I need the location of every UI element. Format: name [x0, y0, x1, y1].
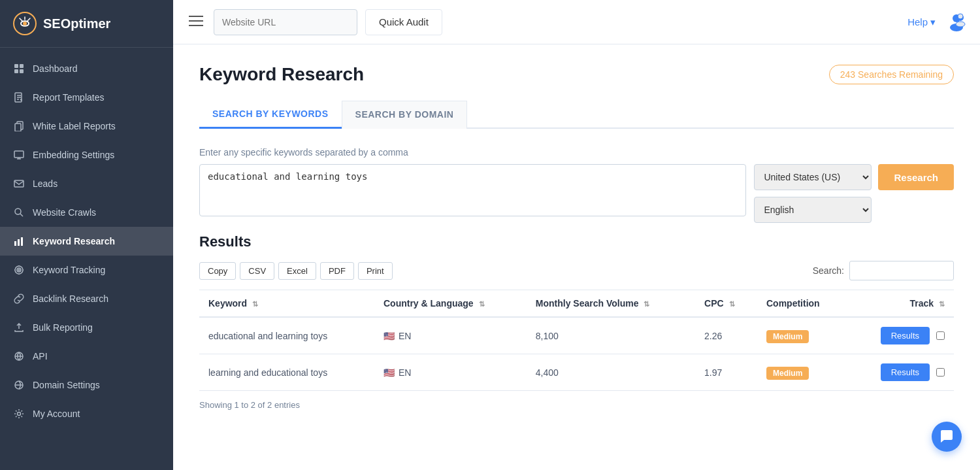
keyword-input[interactable]: educational and learning toys	[199, 164, 746, 216]
col-competition: Competition	[757, 290, 849, 318]
language-select[interactable]: English Spanish French German	[754, 197, 872, 223]
print-button[interactable]: Print	[358, 262, 393, 280]
row2-track-checkbox[interactable]	[936, 368, 945, 377]
table-search-input[interactable]	[849, 261, 954, 280]
row2-track: Results	[849, 354, 954, 390]
topbar: Quick Audit Help ▾	[173, 0, 980, 44]
row2-cpc: 1.97	[695, 354, 757, 391]
svg-rect-10	[14, 180, 24, 187]
tab-search-by-domain[interactable]: SEARCH BY DOMAIN	[342, 101, 468, 129]
sidebar-item-leads[interactable]: Leads	[0, 169, 173, 198]
main-area: Quick Audit Help ▾ Keyword Research 243	[173, 0, 980, 470]
row1-track: Results	[849, 318, 954, 354]
sidebar-item-dashboard[interactable]: Dashboard	[0, 54, 173, 83]
row1-flag: 🇺🇸	[384, 331, 395, 341]
country-lang-sort-icon[interactable]: ⇅	[479, 300, 485, 309]
search-row: educational and learning toys United Sta…	[199, 164, 954, 223]
svg-rect-9	[14, 151, 24, 158]
row2-language: EN	[399, 367, 411, 378]
svg-rect-13	[18, 239, 20, 246]
sidebar-item-leads-label: Leads	[33, 178, 57, 189]
help-button[interactable]: Help ▾	[907, 16, 936, 28]
svg-point-28	[956, 22, 965, 27]
sidebar-item-report-templates[interactable]: Report Templates	[0, 83, 173, 112]
globe-icon	[13, 379, 25, 391]
sidebar-item-embedding[interactable]: Embedding Settings	[0, 141, 173, 169]
sidebar-item-keyword-tracking[interactable]: Keyword Tracking	[0, 256, 173, 284]
svg-rect-3	[20, 64, 24, 68]
search-icon	[13, 207, 25, 218]
file-edit-icon	[13, 92, 25, 103]
sidebar-item-my-account-label: My Account	[33, 409, 80, 419]
row1-cpc: 2.26	[695, 317, 757, 354]
svg-rect-5	[20, 69, 24, 73]
gear-icon	[13, 408, 25, 420]
sidebar-item-keyword-research[interactable]: Keyword Research	[0, 227, 173, 256]
sidebar-item-white-label[interactable]: White Label Reports	[0, 112, 173, 141]
searches-remaining-badge: 243 Searches Remaining	[829, 65, 954, 84]
chat-bubble-button[interactable]	[932, 422, 962, 452]
row1-keyword: educational and learning toys	[199, 317, 374, 354]
sidebar-item-my-account[interactable]: My Account	[0, 399, 173, 428]
content-area: Keyword Research 243 Searches Remaining …	[173, 44, 980, 470]
country-select[interactable]: United States (US) United Kingdom (UK) C…	[754, 164, 872, 190]
track-sort-icon[interactable]: ⇅	[939, 300, 945, 309]
sidebar-item-bulk-reporting-label: Bulk Reporting	[33, 322, 93, 333]
sidebar-item-api[interactable]: API	[0, 342, 173, 371]
page-header: Keyword Research 243 Searches Remaining	[199, 64, 954, 85]
svg-rect-2	[14, 64, 18, 68]
row1-monthly-search: 8,100	[527, 317, 695, 354]
csv-button[interactable]: CSV	[240, 262, 274, 280]
sidebar-item-report-templates-label: Report Templates	[33, 92, 104, 103]
bar-chart-icon	[13, 235, 25, 247]
help-label: Help	[907, 16, 928, 27]
pdf-button[interactable]: PDF	[320, 262, 354, 280]
monthly-search-sort-icon[interactable]: ⇅	[644, 300, 649, 309]
table-row: educational and learning toys 🇺🇸 EN 8,10…	[199, 317, 954, 354]
grid-icon	[13, 63, 25, 75]
keyword-sort-icon[interactable]: ⇅	[252, 300, 258, 309]
col-country-language: Country & Language ⇅	[374, 290, 527, 318]
row1-country-lang: 🇺🇸 EN	[374, 317, 527, 354]
sidebar-item-website-crawls[interactable]: Website Crawls	[0, 198, 173, 227]
results-title: Results	[199, 233, 954, 250]
copy-button[interactable]: Copy	[199, 262, 236, 280]
row1-medium-badge: Medium	[766, 330, 809, 343]
research-button[interactable]: Research	[878, 164, 954, 190]
col-track: Track ⇅	[849, 290, 954, 318]
quick-audit-button[interactable]: Quick Audit	[365, 9, 442, 35]
row2-country-lang: 🇺🇸 EN	[374, 354, 527, 391]
website-url-input[interactable]	[214, 9, 357, 35]
help-chevron-icon: ▾	[930, 16, 936, 28]
upload-icon	[13, 322, 25, 333]
showing-entries-text: Showing 1 to 2 of 2 entries	[199, 400, 954, 410]
api-icon	[13, 350, 25, 362]
main-nav: Dashboard Report Templates White Label R…	[0, 48, 173, 470]
sidebar-item-website-crawls-label: Website Crawls	[33, 207, 96, 218]
search-label: Search:	[813, 265, 844, 276]
sidebar-item-domain-settings[interactable]: Domain Settings	[0, 371, 173, 399]
excel-button[interactable]: Excel	[278, 262, 316, 280]
cpc-sort-icon[interactable]: ⇅	[729, 300, 735, 309]
search-tabs: SEARCH BY KEYWORDS SEARCH BY DOMAIN	[199, 101, 954, 129]
sidebar-item-keyword-tracking-label: Keyword Tracking	[33, 265, 105, 275]
tab-search-by-keywords[interactable]: SEARCH BY KEYWORDS	[199, 101, 342, 129]
hamburger-button[interactable]	[186, 12, 206, 31]
search-controls: United States (US) United Kingdom (UK) C…	[754, 164, 954, 223]
topbar-right: Help ▾	[907, 10, 967, 34]
app-name: SEOptimer	[43, 16, 110, 31]
row1-track-checkbox[interactable]	[936, 331, 945, 340]
row2-results-button[interactable]: Results	[881, 363, 930, 381]
row1-results-button[interactable]: Results	[881, 327, 930, 344]
row2-monthly-search: 4,400	[527, 354, 695, 391]
sidebar: SEOptimer Dashboard Report Templates	[0, 0, 173, 470]
row1-language: EN	[399, 331, 411, 341]
svg-point-20	[18, 412, 21, 416]
user-avatar-icon[interactable]	[946, 10, 967, 34]
col-monthly-search: Monthly Search Volume ⇅	[527, 290, 695, 318]
svg-rect-14	[21, 237, 23, 246]
sidebar-item-backlink-research[interactable]: Backlink Research	[0, 284, 173, 313]
svg-point-17	[18, 269, 20, 271]
sidebar-item-bulk-reporting[interactable]: Bulk Reporting	[0, 313, 173, 342]
sidebar-item-backlink-research-label: Backlink Research	[33, 294, 108, 304]
